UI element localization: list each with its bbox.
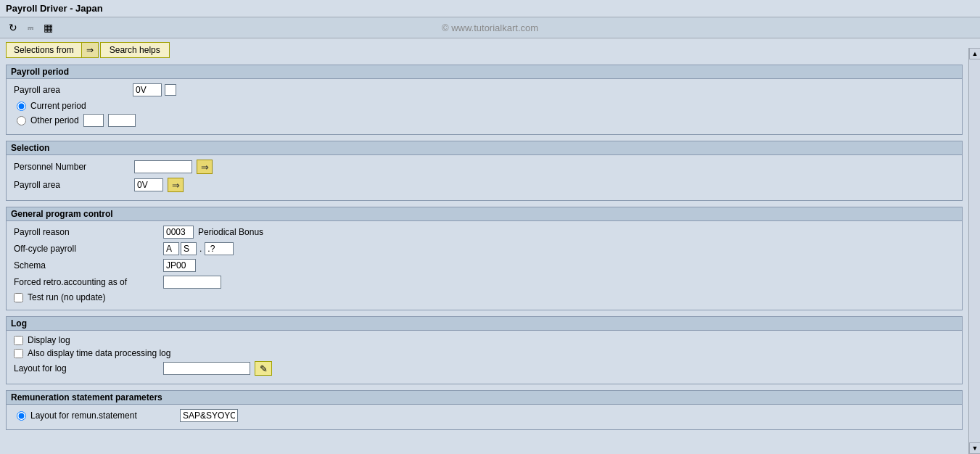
selection-header: Selection — [7, 141, 962, 155]
also-display-label: Also display time data processing log — [28, 348, 170, 358]
layout-for-log-edit-button[interactable]: ✎ — [255, 361, 272, 376]
other-period-row: Other period — [17, 114, 955, 127]
payroll-reason-code-input[interactable] — [163, 226, 194, 239]
off-cycle-input2[interactable] — [181, 242, 197, 255]
layout-for-log-row: Layout for log ✎ — [14, 361, 955, 376]
layout-for-log-label: Layout for log — [14, 363, 159, 373]
layout-for-log-input[interactable] — [163, 362, 250, 375]
selections-from-button[interactable]: Selections from — [6, 42, 82, 58]
payroll-area-row: Payroll area — [14, 83, 955, 96]
remuneration-layout-radio[interactable] — [17, 411, 26, 421]
remuneration-section: Remuneration statement parameters Layout… — [6, 390, 963, 430]
payroll-area-input[interactable] — [133, 83, 162, 96]
also-display-row: Also display time data processing log — [14, 348, 955, 358]
forced-retro-label: Forced retro.accounting as of — [14, 277, 159, 287]
test-run-label: Test run (no update) — [28, 292, 105, 302]
page-wrapper: Payroll Driver - Japan ↻ ⎓ ▦ © www.tutor… — [0, 0, 980, 454]
selection-payroll-area-row: Payroll area ⇒ — [14, 178, 955, 192]
personnel-number-input[interactable] — [134, 160, 192, 173]
other-period-input2[interactable] — [108, 114, 136, 127]
test-run-checkbox[interactable] — [14, 293, 23, 302]
payroll-period-body: Payroll area Current period Other period — [7, 79, 962, 134]
schema-input[interactable] — [163, 259, 196, 272]
watermark: © www.tutorialkart.com — [442, 22, 538, 33]
page-title: Payroll Driver - Japan — [6, 3, 103, 14]
search-helps-button[interactable]: Search helps — [100, 42, 170, 58]
scroll-down-button[interactable]: ▼ — [969, 442, 980, 454]
test-run-row: Test run (no update) — [14, 292, 955, 302]
personnel-number-nav-button[interactable]: ⇒ — [197, 160, 213, 174]
scrollbar[interactable]: ▲ ▼ — [968, 48, 980, 454]
forced-retro-row: Forced retro.accounting as of — [14, 276, 955, 289]
other-period-label: Other period — [30, 115, 79, 125]
navigate-icon[interactable]: ↻ — [6, 20, 20, 35]
payroll-reason-text: Periodical Bonus — [198, 227, 263, 237]
payroll-reason-row: Payroll reason Periodical Bonus — [14, 226, 955, 239]
off-cycle-payroll-row: Off-cycle payroll . — [14, 242, 955, 255]
general-program-control-section: General program control Payroll reason P… — [6, 207, 963, 310]
payroll-area-label: Payroll area — [14, 85, 130, 95]
button-bar: Selections from ⇒ Search helps — [0, 38, 968, 62]
other-period-input1[interactable] — [83, 114, 104, 127]
selections-arrow-button[interactable]: ⇒ — [82, 42, 99, 58]
general-program-control-header: General program control — [7, 207, 962, 221]
payroll-area-picker[interactable] — [165, 84, 176, 96]
current-period-label: Current period — [30, 101, 86, 111]
content-area: Selections from ⇒ Search helps Payroll p… — [0, 38, 968, 439]
payroll-reason-label: Payroll reason — [14, 227, 159, 237]
current-period-row: Current period — [17, 101, 955, 111]
off-cycle-group: . — [163, 242, 234, 255]
scroll-up-button[interactable]: ▲ — [969, 48, 980, 59]
display-log-row: Display log — [14, 335, 955, 345]
forced-retro-input[interactable] — [163, 276, 221, 289]
personnel-number-label: Personnel Number — [14, 162, 130, 172]
selection-body: Personnel Number ⇒ Payroll area ⇒ — [7, 155, 962, 200]
schema-label: Schema — [14, 260, 159, 271]
payroll-period-section: Payroll period Payroll area Current peri… — [6, 65, 963, 135]
display-log-checkbox[interactable] — [14, 336, 23, 345]
settings-icon[interactable]: ▦ — [41, 20, 55, 35]
personnel-number-row: Personnel Number ⇒ — [14, 160, 955, 174]
selection-payroll-area-label: Payroll area — [14, 180, 130, 190]
schema-row: Schema — [14, 259, 955, 272]
also-display-checkbox[interactable] — [14, 349, 23, 358]
off-cycle-payroll-label: Off-cycle payroll — [14, 244, 159, 254]
general-program-control-body: Payroll reason Periodical Bonus Off-cycl… — [7, 221, 962, 310]
remuneration-header: Remuneration statement parameters — [7, 391, 962, 405]
off-cycle-input3[interactable] — [205, 242, 234, 255]
log-section: Log Display log Also display time data p… — [6, 316, 963, 384]
scroll-thumb[interactable] — [969, 59, 980, 442]
current-period-radio[interactable] — [17, 102, 26, 111]
selection-payroll-area-nav-button[interactable]: ⇒ — [168, 178, 184, 192]
remuneration-layout-row: Layout for remun.statement — [17, 409, 955, 422]
log-header: Log — [7, 317, 962, 331]
log-body: Display log Also display time data proce… — [7, 331, 962, 384]
off-cycle-input1[interactable] — [163, 242, 179, 255]
main-content: Payroll period Payroll area Current peri… — [0, 62, 968, 439]
selection-payroll-area-input[interactable] — [134, 178, 163, 191]
remuneration-body: Layout for remun.statement — [7, 405, 962, 429]
display-log-label: Display log — [28, 335, 70, 345]
other-period-radio[interactable] — [17, 116, 26, 125]
toolbar-icons: ↻ ⎓ ▦ — [6, 20, 55, 35]
title-bar: Payroll Driver - Japan — [0, 0, 980, 17]
off-cycle-dot: . — [198, 244, 203, 254]
copy-icon[interactable]: ⎓ — [23, 20, 38, 35]
remuneration-layout-input[interactable] — [180, 409, 238, 422]
payroll-period-header: Payroll period — [7, 65, 962, 79]
selection-section: Selection Personnel Number ⇒ Payroll are… — [6, 141, 963, 201]
toolbar: ↻ ⎓ ▦ © www.tutorialkart.com — [0, 17, 980, 38]
remuneration-layout-label: Layout for remun.statement — [30, 410, 176, 421]
